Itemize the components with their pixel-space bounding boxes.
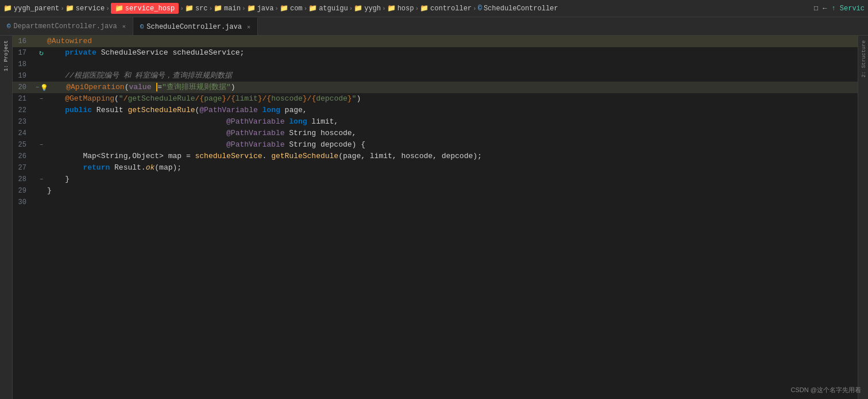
editor-area: 16 @Autowired 17 ↻ private ScheduleServi… [13, 36, 858, 399]
line-number-20: 20 [13, 83, 36, 91]
sep10: › [415, 5, 419, 12]
breadcrumb: 📁 yygh_parent › 📁 service › 📁 service_ho… [0, 0, 868, 17]
project-panel-label[interactable]: 1: Project [3, 38, 9, 74]
breadcrumb-main[interactable]: 📁 main [214, 4, 241, 13]
code-line-22: 22 public Result getScheduleRule(@PathVa… [13, 105, 858, 116]
code-line-18: 18 [13, 59, 858, 70]
code-line-17: 17 ↻ private ScheduleService scheduleSer… [13, 47, 858, 59]
breadcrumb-label: com [290, 5, 303, 13]
breadcrumb-label: java [257, 5, 274, 13]
breadcrumb-hosp[interactable]: 📁 hosp [387, 4, 414, 13]
code-line-29: 29 } [13, 185, 858, 197]
code-line-26: 26 Map<String,Object> map = scheduleServ… [13, 151, 858, 162]
breadcrumb-atguigu[interactable]: 📁 atguigu [308, 4, 348, 13]
code-line-25: 25 − @PathVariable String depcode) { [13, 139, 858, 151]
breadcrumb-label: main [224, 5, 241, 13]
line-number-19: 19 [13, 72, 36, 80]
line-number-30: 30 [13, 198, 36, 206]
sep8: › [349, 5, 353, 12]
line-code-16: @Autowired [47, 36, 858, 47]
folder-icon: 📁 [354, 4, 362, 13]
collapse-icon-21[interactable]: − [40, 96, 43, 102]
collapse-icon-25[interactable]: − [40, 142, 43, 148]
sep11: › [473, 5, 477, 12]
java-file-icon: © [7, 23, 11, 30]
refresh-icon[interactable]: ↻ [39, 48, 44, 57]
sep7: › [304, 5, 308, 12]
code-line-20: 20 − 💡 @ApiOperation(value ="查询排班规则数据") [13, 82, 858, 93]
java-file-icon: © [140, 24, 144, 30]
breadcrumb-yygh[interactable]: 📁 yygh [354, 4, 381, 13]
tab-close-button[interactable]: ✕ [122, 23, 126, 30]
java-class-icon: © [478, 5, 482, 13]
folder-icon: 📁 [65, 4, 74, 13]
sep4: › [209, 5, 213, 12]
line-number-23: 23 [13, 118, 36, 126]
line-number-16: 16 [13, 37, 36, 45]
code-line-19: 19 //根据医院编号 和 科室编号，查询排班规则数据 [13, 70, 858, 82]
tab-schedule-controller[interactable]: © ScheduleController.java ✕ [133, 17, 258, 35]
sep3: › [180, 5, 184, 12]
line-number-29: 29 [13, 187, 36, 195]
breadcrumb-com[interactable]: 📁 com [280, 4, 303, 13]
breadcrumb-label: atguigu [319, 5, 348, 13]
left-side-panel: 1: Project [0, 36, 13, 399]
tab-label: DepartmentController.java [14, 22, 117, 30]
folder-icon: 📁 [308, 4, 317, 13]
code-line-24: 24 @PathVariable String hoscode, [13, 128, 858, 139]
collapse-icon-28[interactable]: − [40, 177, 43, 183]
folder-icon: 📁 [214, 4, 222, 13]
line-icon-20: − 💡 [36, 84, 48, 91]
breadcrumb-schedule-controller[interactable]: © ScheduleController [478, 5, 558, 13]
line-code-20: @ApiOperation(value ="查询排班规则数据") [48, 82, 858, 93]
back-icon: ← [823, 5, 827, 13]
folder-icon: 📁 [115, 4, 124, 13]
breadcrumb-label: hosp [398, 5, 414, 13]
line-number-18: 18 [13, 60, 36, 68]
breadcrumb-label: ScheduleController [484, 5, 558, 13]
breadcrumb-label: yygh_parent [14, 5, 59, 13]
line-number-24: 24 [13, 129, 36, 137]
line-code-24: @PathVariable String hoscode, [47, 128, 858, 139]
line-icon-17: ↻ [36, 48, 47, 57]
code-line-27: 27 return Result.ok(map); [13, 162, 858, 174]
breadcrumb-service[interactable]: 📁 service [65, 4, 105, 13]
breadcrumb-service-hosp[interactable]: 📁 service_hosp [111, 3, 179, 14]
structure-panel-label[interactable]: 2: Structure [858, 36, 868, 82]
breadcrumb-label: service_hosp [125, 5, 175, 13]
code-line-16: 16 @Autowired [13, 36, 858, 47]
breadcrumb-src[interactable]: 📁 src [185, 4, 208, 13]
line-code-28: } [47, 174, 858, 185]
sep2: › [106, 5, 110, 12]
breadcrumb-controller[interactable]: 📁 controller [420, 4, 472, 13]
collapse-icon-20[interactable]: − [36, 85, 39, 91]
breadcrumb-label: service [76, 5, 105, 13]
tab-close-button[interactable]: ✕ [247, 24, 250, 30]
breadcrumb-right-icons[interactable]: □ ← ↑ Servic [814, 5, 865, 13]
breadcrumb-label: src [195, 5, 208, 13]
tab-bar: © DepartmentController.java ✕ © Schedule… [0, 17, 868, 36]
line-number-22: 22 [13, 106, 36, 114]
line-code-21: @GetMapping("/getScheduleRule/{page}/{li… [47, 93, 858, 105]
bulb-icon-20[interactable]: 💡 [40, 84, 48, 91]
line-number-28: 28 [13, 175, 36, 183]
line-code-23: @PathVariable long limit, [47, 116, 858, 128]
line-code-22: public Result getScheduleRule(@PathVaria… [47, 105, 858, 116]
line-number-27: 27 [13, 164, 36, 172]
breadcrumb-java[interactable]: 📁 java [247, 4, 274, 13]
tab-label: ScheduleController.java [146, 23, 242, 31]
folder-icon: 📁 [3, 4, 12, 13]
line-icon-28: − [36, 177, 47, 183]
folder-icon: 📁 [185, 4, 194, 13]
breadcrumb-label: controller [430, 5, 472, 13]
tab-department-controller[interactable]: © DepartmentController.java ✕ [0, 17, 133, 35]
code-content[interactable]: 16 @Autowired 17 ↻ private ScheduleServi… [13, 36, 858, 399]
breadcrumb-yygh-parent[interactable]: 📁 yygh_parent [3, 4, 59, 13]
line-number-25: 25 [13, 141, 36, 149]
line-icon-25: − [36, 142, 47, 148]
code-line-21: 21 − @GetMapping("/getScheduleRule/{page… [13, 93, 858, 105]
line-code-19: //根据医院编号 和 科室编号，查询排班规则数据 [47, 70, 858, 82]
sep1: › [60, 5, 64, 12]
sep6: › [275, 5, 279, 12]
line-code-26: Map<String,Object> map = scheduleService… [47, 151, 858, 162]
